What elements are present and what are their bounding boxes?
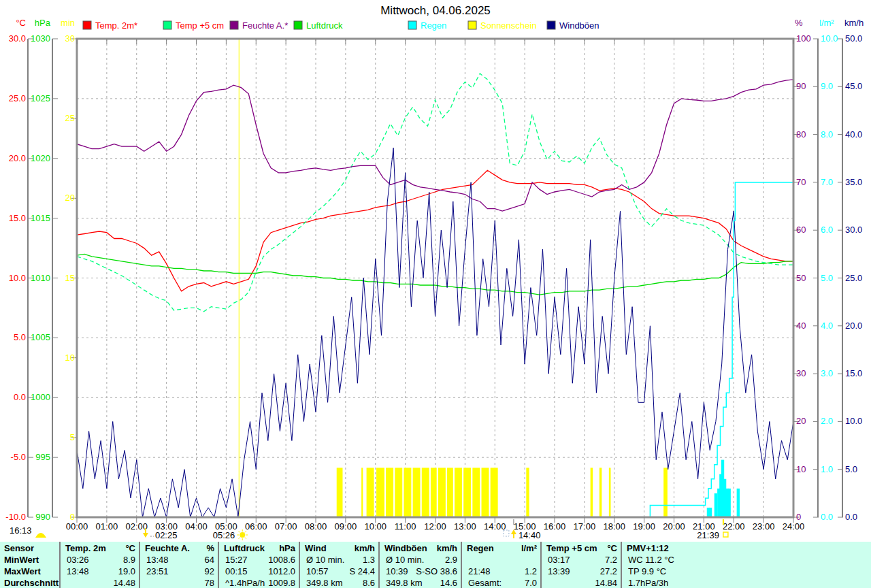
moonrise-time-label: 14:40 (519, 530, 541, 540)
sunshine-bar (599, 468, 602, 517)
x-tick-label: 14:00 (484, 521, 506, 532)
table-cell-value: S-SO 38.6 (382, 566, 457, 577)
c-tick-label: 25.0 (9, 93, 26, 103)
sunshine-bar (591, 468, 593, 517)
sunshine-bar (663, 468, 668, 517)
hpa-axis-unit: hPa (35, 18, 51, 28)
sunshine-bar (431, 468, 437, 517)
pct-tick-label: 70 (796, 177, 806, 187)
kmh-tick-label: 45.0 (845, 81, 862, 91)
table-cell-value: 14.84 (544, 577, 617, 588)
pct-tick-label: 0 (796, 512, 801, 522)
legend-swatch-2 (163, 21, 171, 29)
table-col-unit: °C (544, 542, 617, 554)
hpa-tick-label: 1025 (31, 93, 50, 103)
moonset-time-label: 02:25 (155, 530, 178, 540)
x-tick-label: 23:00 (753, 521, 775, 532)
lm2-tick-label: 10.0 (821, 33, 838, 44)
legend-label-7: Windböen (559, 20, 599, 31)
sunshine-bar (422, 468, 429, 517)
lm2-tick-label: 9.0 (821, 81, 833, 91)
kmh-axis-unit: km/h (844, 18, 864, 28)
table-cell-value: 1008.6 (221, 554, 295, 566)
sunshine-bar (386, 468, 393, 517)
legend-swatch-7 (547, 21, 555, 29)
min-axis-unit: min (61, 18, 75, 28)
table-separator (59, 542, 61, 588)
table-row-label: Durchschnitt (4, 577, 59, 588)
table-cell-value: 92 (142, 566, 214, 577)
x-tick-label: 02:00 (125, 521, 148, 532)
moonset-arrow-icon (143, 533, 148, 538)
x-tick-label: 12:00 (424, 521, 446, 532)
table-cell-value: 7.0 (464, 577, 537, 588)
table-col-unit: km/h (382, 542, 457, 554)
rain-bar (727, 489, 730, 517)
rain-bar (709, 508, 712, 517)
sunshine-bar (609, 468, 611, 517)
table-col-unit: l/m² (464, 542, 537, 554)
legend-label-2: Temp +5 cm (176, 20, 224, 31)
pct-tick-label: 60 (796, 225, 806, 235)
lm2-axis-unit: l/m² (819, 18, 834, 28)
legend-label-1: Temp. 2m* (95, 20, 137, 31)
weather-app-window: Mittwoch, 04.06.2025 30.025.020.015.010.… (0, 0, 871, 588)
sunrise-sun-icon (240, 532, 245, 538)
legend-swatch-1 (83, 21, 91, 29)
x-tick-label: 04:00 (185, 521, 208, 532)
table-cell-value: 14.6 (382, 577, 457, 588)
pct-tick-label: 10 (796, 464, 806, 474)
sunshine-bar (376, 468, 384, 517)
x-tick-label: 18:00 (603, 521, 625, 532)
x-tick-label: 10:00 (364, 521, 387, 532)
summary-table: SensorMinWertMaxWertDurchschnittTemp. 2m… (0, 542, 871, 588)
table-cell-value: 19.0 (63, 566, 135, 577)
sunshine-bar (526, 468, 529, 517)
sunshine-bar (447, 468, 453, 517)
legend-swatch-6 (468, 21, 476, 29)
x-tick-label: 01:00 (96, 521, 118, 532)
kmh-tick-label: 15.0 (845, 368, 862, 378)
pct-tick-label: 30 (796, 368, 806, 378)
x-tick-label: 13:00 (454, 521, 476, 532)
weather-chart[interactable]: 30.025.020.015.010.05.00.0-5.0-10.010301… (0, 0, 871, 542)
sunshine-bar (404, 468, 411, 517)
legend-label-4: Luftdruck (306, 20, 343, 31)
c-axis-unit: °C (16, 18, 26, 28)
pct-tick-label: 40 (796, 321, 806, 331)
sunset-time-label: 21:39 (697, 530, 719, 540)
c-tick-label: 15.0 (9, 213, 26, 223)
table-cell-value: 8.6 (302, 577, 375, 588)
x-tick-label: 09:00 (335, 521, 357, 532)
kmh-tick-label: 40.0 (845, 129, 862, 140)
c-tick-label: 30.0 (9, 33, 26, 44)
x-tick-label: 19:00 (633, 521, 655, 532)
x-tick-label: 17:00 (574, 521, 596, 532)
table-separator (461, 542, 462, 588)
x-tick-label: 11:00 (395, 521, 416, 532)
min-tick-label: 10 (65, 353, 75, 363)
sunshine-bar (472, 468, 480, 517)
hpa-tick-label: 1005 (31, 332, 50, 342)
kmh-tick-label: 0.0 (845, 512, 857, 522)
legend-label-5: Regen (421, 20, 446, 31)
sunshine-bar (395, 468, 402, 517)
sunrise-time-label: 05:26 (213, 530, 235, 540)
table-cell-value: S 24.4 (302, 566, 375, 577)
sunshine-bar (361, 468, 363, 517)
table-separator (218, 542, 219, 588)
sunrise-sun-ray (239, 538, 240, 539)
hpa-tick-label: 1010 (31, 273, 50, 283)
pct-tick-label: 20 (796, 416, 806, 426)
pct-tick-label: 50 (796, 273, 806, 283)
table-cell-value: 14.48 (63, 577, 135, 588)
table-col-unit: °C (63, 542, 135, 554)
min-tick-label: 0 (70, 512, 75, 522)
legend-label-3: Feuchte A.* (242, 20, 288, 31)
kmh-tick-label: 20.0 (845, 321, 862, 331)
c-tick-label: 10.0 (9, 273, 26, 283)
c-tick-label: -10.0 (5, 512, 26, 522)
c-tick-label: -5.0 (11, 452, 26, 462)
sunshine-bar (491, 468, 498, 517)
c-tick-label: 0.0 (14, 392, 26, 402)
